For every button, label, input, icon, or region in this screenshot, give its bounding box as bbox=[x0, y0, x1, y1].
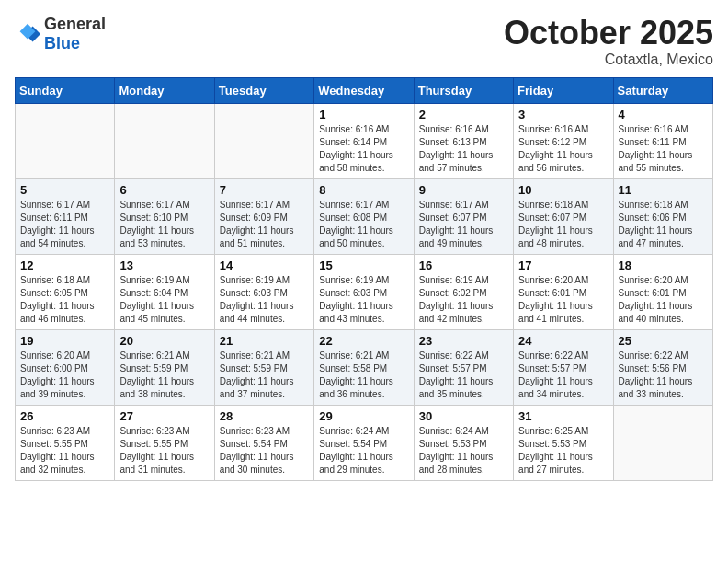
day-number: 12 bbox=[20, 259, 109, 272]
location-title: Cotaxtla, Mexico bbox=[504, 52, 713, 68]
day-number: 26 bbox=[20, 409, 109, 423]
calendar-cell: 28Sunrise: 6:23 AM Sunset: 5:54 PM Dayli… bbox=[214, 405, 313, 480]
day-number: 27 bbox=[119, 409, 209, 423]
weekday-header-tuesday: Tuesday bbox=[214, 77, 313, 103]
day-number: 29 bbox=[319, 409, 408, 423]
day-number: 20 bbox=[119, 334, 209, 348]
day-number: 18 bbox=[619, 259, 708, 272]
day-number: 15 bbox=[319, 259, 408, 272]
day-info: Sunrise: 6:25 AM Sunset: 5:53 PM Dayligh… bbox=[518, 425, 608, 477]
day-info: Sunrise: 6:18 AM Sunset: 6:07 PM Dayligh… bbox=[518, 199, 608, 250]
day-info: Sunrise: 6:24 AM Sunset: 5:53 PM Dayligh… bbox=[419, 425, 508, 477]
logo-general-text: General bbox=[44, 15, 106, 33]
day-info: Sunrise: 6:20 AM Sunset: 6:00 PM Dayligh… bbox=[20, 350, 109, 401]
day-info: Sunrise: 6:17 AM Sunset: 6:07 PM Dayligh… bbox=[419, 199, 508, 250]
day-number: 10 bbox=[518, 183, 608, 197]
day-number: 9 bbox=[419, 183, 508, 197]
day-info: Sunrise: 6:18 AM Sunset: 6:06 PM Dayligh… bbox=[619, 199, 708, 250]
day-number: 8 bbox=[319, 183, 408, 197]
day-info: Sunrise: 6:22 AM Sunset: 5:56 PM Dayligh… bbox=[619, 350, 708, 401]
title-block: October 2025 Cotaxtla, Mexico bbox=[504, 15, 713, 68]
day-number: 13 bbox=[119, 259, 209, 272]
calendar-cell: 26Sunrise: 6:23 AM Sunset: 5:55 PM Dayli… bbox=[16, 405, 115, 480]
day-info: Sunrise: 6:24 AM Sunset: 5:54 PM Dayligh… bbox=[319, 425, 408, 477]
calendar-cell: 8Sunrise: 6:17 AM Sunset: 6:08 PM Daylig… bbox=[314, 178, 414, 254]
day-info: Sunrise: 6:16 AM Sunset: 6:12 PM Dayligh… bbox=[518, 123, 608, 175]
calendar-cell bbox=[214, 103, 313, 178]
day-number: 17 bbox=[518, 259, 608, 272]
calendar-table: SundayMondayTuesdayWednesdayThursdayFrid… bbox=[15, 77, 713, 481]
day-number: 23 bbox=[419, 334, 508, 348]
day-number: 19 bbox=[20, 334, 109, 348]
day-info: Sunrise: 6:16 AM Sunset: 6:14 PM Dayligh… bbox=[319, 123, 408, 175]
day-info: Sunrise: 6:23 AM Sunset: 5:55 PM Dayligh… bbox=[20, 425, 109, 477]
day-number: 14 bbox=[220, 259, 309, 272]
calendar-cell: 4Sunrise: 6:16 AM Sunset: 6:11 PM Daylig… bbox=[613, 103, 712, 178]
calendar-cell: 3Sunrise: 6:16 AM Sunset: 6:12 PM Daylig… bbox=[514, 103, 613, 178]
day-number: 30 bbox=[419, 409, 508, 423]
calendar-week-row: 12Sunrise: 6:18 AM Sunset: 6:05 PM Dayli… bbox=[16, 254, 713, 329]
logo-blue-text: Blue bbox=[44, 34, 80, 52]
weekday-header-saturday: Saturday bbox=[613, 77, 712, 103]
calendar-cell: 15Sunrise: 6:19 AM Sunset: 6:03 PM Dayli… bbox=[314, 254, 414, 329]
day-number: 31 bbox=[518, 409, 608, 423]
calendar-cell: 24Sunrise: 6:22 AM Sunset: 5:57 PM Dayli… bbox=[514, 329, 613, 405]
day-info: Sunrise: 6:21 AM Sunset: 5:58 PM Dayligh… bbox=[319, 350, 408, 401]
day-number: 4 bbox=[619, 108, 708, 121]
day-number: 16 bbox=[419, 259, 508, 272]
day-info: Sunrise: 6:21 AM Sunset: 5:59 PM Dayligh… bbox=[119, 350, 209, 401]
day-number: 7 bbox=[220, 183, 309, 197]
calendar-cell: 2Sunrise: 6:16 AM Sunset: 6:13 PM Daylig… bbox=[414, 103, 513, 178]
day-number: 2 bbox=[419, 108, 508, 121]
day-info: Sunrise: 6:23 AM Sunset: 5:55 PM Dayligh… bbox=[119, 425, 209, 477]
calendar-cell bbox=[16, 103, 115, 178]
calendar-header-row: SundayMondayTuesdayWednesdayThursdayFrid… bbox=[16, 77, 713, 103]
calendar-cell: 9Sunrise: 6:17 AM Sunset: 6:07 PM Daylig… bbox=[414, 178, 513, 254]
weekday-header-monday: Monday bbox=[115, 77, 214, 103]
calendar-cell bbox=[613, 405, 712, 480]
calendar-cell: 16Sunrise: 6:19 AM Sunset: 6:02 PM Dayli… bbox=[414, 254, 513, 329]
day-number: 28 bbox=[220, 409, 309, 423]
calendar-cell: 20Sunrise: 6:21 AM Sunset: 5:59 PM Dayli… bbox=[115, 329, 214, 405]
calendar-week-row: 26Sunrise: 6:23 AM Sunset: 5:55 PM Dayli… bbox=[16, 405, 713, 480]
logo: General Blue bbox=[15, 15, 106, 53]
day-number: 3 bbox=[518, 108, 608, 121]
day-number: 11 bbox=[619, 183, 708, 197]
day-info: Sunrise: 6:17 AM Sunset: 6:09 PM Dayligh… bbox=[220, 199, 309, 250]
weekday-header-sunday: Sunday bbox=[16, 77, 115, 103]
weekday-header-thursday: Thursday bbox=[414, 77, 513, 103]
calendar-week-row: 1Sunrise: 6:16 AM Sunset: 6:14 PM Daylig… bbox=[16, 103, 713, 178]
day-info: Sunrise: 6:19 AM Sunset: 6:04 PM Dayligh… bbox=[119, 274, 209, 326]
day-info: Sunrise: 6:23 AM Sunset: 5:54 PM Dayligh… bbox=[220, 425, 309, 477]
calendar-cell: 25Sunrise: 6:22 AM Sunset: 5:56 PM Dayli… bbox=[613, 329, 712, 405]
day-info: Sunrise: 6:17 AM Sunset: 6:11 PM Dayligh… bbox=[20, 199, 109, 250]
calendar-cell: 10Sunrise: 6:18 AM Sunset: 6:07 PM Dayli… bbox=[514, 178, 613, 254]
day-number: 5 bbox=[20, 183, 109, 197]
day-info: Sunrise: 6:19 AM Sunset: 6:03 PM Dayligh… bbox=[220, 274, 309, 326]
day-info: Sunrise: 6:17 AM Sunset: 6:10 PM Dayligh… bbox=[119, 199, 209, 250]
calendar-cell bbox=[115, 103, 214, 178]
calendar-week-row: 19Sunrise: 6:20 AM Sunset: 6:00 PM Dayli… bbox=[16, 329, 713, 405]
calendar-cell: 31Sunrise: 6:25 AM Sunset: 5:53 PM Dayli… bbox=[514, 405, 613, 480]
day-info: Sunrise: 6:22 AM Sunset: 5:57 PM Dayligh… bbox=[419, 350, 508, 401]
calendar-cell: 5Sunrise: 6:17 AM Sunset: 6:11 PM Daylig… bbox=[16, 178, 115, 254]
calendar-cell: 17Sunrise: 6:20 AM Sunset: 6:01 PM Dayli… bbox=[514, 254, 613, 329]
day-number: 22 bbox=[319, 334, 408, 348]
day-number: 24 bbox=[518, 334, 608, 348]
calendar-cell: 19Sunrise: 6:20 AM Sunset: 6:00 PM Dayli… bbox=[16, 329, 115, 405]
calendar-cell: 30Sunrise: 6:24 AM Sunset: 5:53 PM Dayli… bbox=[414, 405, 513, 480]
day-number: 6 bbox=[119, 183, 209, 197]
weekday-header-friday: Friday bbox=[514, 77, 613, 103]
day-info: Sunrise: 6:16 AM Sunset: 6:13 PM Dayligh… bbox=[419, 123, 508, 175]
calendar-cell: 1Sunrise: 6:16 AM Sunset: 6:14 PM Daylig… bbox=[314, 103, 414, 178]
calendar-cell: 18Sunrise: 6:20 AM Sunset: 6:01 PM Dayli… bbox=[613, 254, 712, 329]
day-info: Sunrise: 6:19 AM Sunset: 6:03 PM Dayligh… bbox=[319, 274, 408, 326]
day-info: Sunrise: 6:19 AM Sunset: 6:02 PM Dayligh… bbox=[419, 274, 508, 326]
day-info: Sunrise: 6:22 AM Sunset: 5:57 PM Dayligh… bbox=[518, 350, 608, 401]
day-number: 1 bbox=[319, 108, 408, 121]
calendar-cell: 29Sunrise: 6:24 AM Sunset: 5:54 PM Dayli… bbox=[314, 405, 414, 480]
calendar-cell: 27Sunrise: 6:23 AM Sunset: 5:55 PM Dayli… bbox=[115, 405, 214, 480]
calendar-cell: 12Sunrise: 6:18 AM Sunset: 6:05 PM Dayli… bbox=[16, 254, 115, 329]
day-info: Sunrise: 6:18 AM Sunset: 6:05 PM Dayligh… bbox=[20, 274, 109, 326]
day-number: 25 bbox=[619, 334, 708, 348]
